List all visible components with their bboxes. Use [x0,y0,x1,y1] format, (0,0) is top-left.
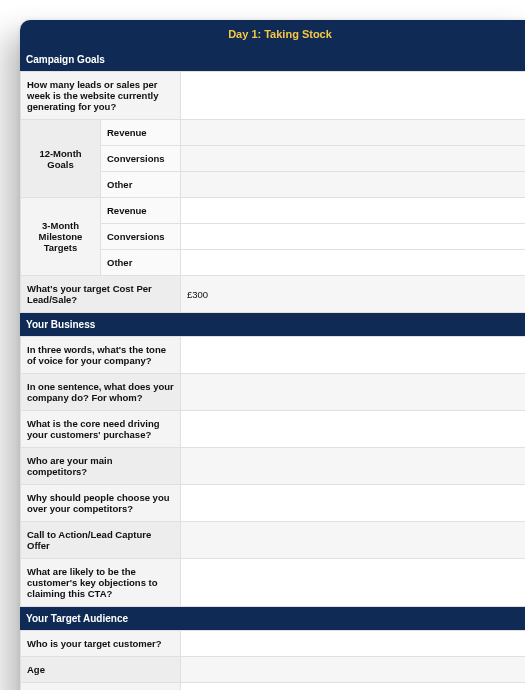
v-next [181,683,526,691]
v-target-customer [181,631,526,657]
v-one-sentence [181,374,526,411]
section-your-business: Your Business [20,313,525,336]
sub-12m-conversions: Conversions [101,146,181,172]
v-3m-revenue [181,198,526,224]
target-audience-table: Who is your target customer? Age [20,630,525,690]
sub-3m-revenue: Revenue [101,198,181,224]
your-business-table: In three words, what's the tone of voice… [20,336,525,607]
v-12m-revenue [181,120,526,146]
v-age [181,657,526,683]
v-cta [181,522,526,559]
v-target-cost: £300 [181,276,526,313]
campaign-goals-table: How many leads or sales per week is the … [20,71,525,313]
sub-3m-conversions: Conversions [101,224,181,250]
q-competitors: Who are your main competitors? [21,448,181,485]
v-12m-conversions [181,146,526,172]
q-age: Age [21,657,181,683]
sub-12m-revenue: Revenue [101,120,181,146]
v-objections [181,559,526,607]
q-why-choose: Why should people choose you over your c… [21,485,181,522]
q-leads-per-week: How many leads or sales per week is the … [21,72,181,120]
q-target-cost: What's your target Cost Per Lead/Sale? [21,276,181,313]
section-campaign-goals: Campaign Goals [20,48,525,71]
label-12-month-goals: 12-Month Goals [21,120,101,198]
document-page: Day 1: Taking Stock Campaign Goals How m… [20,20,525,690]
v-why-choose [181,485,526,522]
q-target-customer: Who is your target customer? [21,631,181,657]
label-3-month-milestone: 3-Month Milestone Targets [21,198,101,276]
q-core-need: What is the core need driving your custo… [21,411,181,448]
v-tone [181,337,526,374]
sub-12m-other: Other [101,172,181,198]
q-objections: What are likely to be the customer's key… [21,559,181,607]
q-cta: Call to Action/Lead Capture Offer [21,522,181,559]
v-12m-other [181,172,526,198]
v-3m-other [181,250,526,276]
q-one-sentence: In one sentence, what does your company … [21,374,181,411]
section-target-audience: Your Target Audience [20,607,525,630]
v-core-need [181,411,526,448]
page-title: Day 1: Taking Stock [20,20,525,48]
v-competitors [181,448,526,485]
v-3m-conversions [181,224,526,250]
q-tone: In three words, what's the tone of voice… [21,337,181,374]
sub-3m-other: Other [101,250,181,276]
q-next [21,683,181,691]
v-leads-per-week [181,72,526,120]
